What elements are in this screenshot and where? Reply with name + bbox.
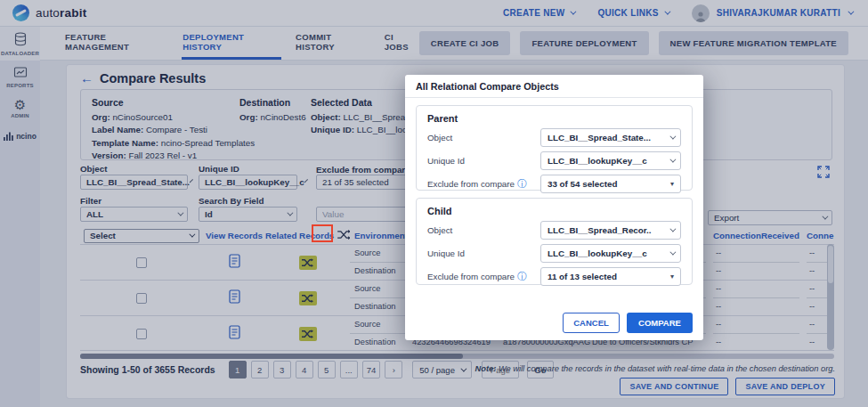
child-exclude-select[interactable]: 11 of 13 selected▾: [540, 267, 681, 286]
app-root: autorabit CREATE NEW QUICK LINKS SHIVARA…: [0, 0, 868, 407]
cancel-button[interactable]: CANCEL: [563, 313, 620, 333]
annotation-highlight-box: [312, 224, 333, 242]
parent-section: Parent Object LLC_BI__Spread_State... Un…: [416, 105, 693, 191]
child-heading: Child: [427, 206, 681, 216]
chevron-down-icon: [669, 134, 676, 140]
parent-object-label: Object: [427, 133, 452, 142]
info-icon: ⓘ: [517, 271, 527, 283]
parent-unique-id-dropdown[interactable]: LLC_BI__lookupKey__c: [540, 151, 681, 170]
dropdown-arrow-icon: ▾: [670, 180, 674, 188]
modal-title: All Relational Compare Objects: [405, 75, 703, 98]
chevron-down-icon: [669, 249, 676, 256]
relational-compare-modal: All Relational Compare Objects Parent Ob…: [405, 75, 703, 340]
child-exclude-label: Exclude from compareⓘ: [427, 271, 527, 283]
child-object-label: Object: [427, 225, 452, 235]
chevron-down-icon: [669, 157, 676, 163]
parent-exclude-label: Exclude from compareⓘ: [427, 178, 527, 191]
compare-button[interactable]: COMPARE: [627, 313, 693, 333]
child-section: Child Object LLC_BI__Spread_Recor.. Uniq…: [416, 198, 693, 285]
parent-unique-id-label: Unique Id: [427, 156, 465, 166]
parent-heading: Parent: [427, 113, 681, 124]
parent-exclude-select[interactable]: 33 of 54 selected▾: [540, 175, 681, 193]
dropdown-arrow-icon: ▾: [670, 273, 674, 281]
parent-object-dropdown[interactable]: LLC_BI__Spread_State...: [540, 128, 681, 147]
chevron-down-icon: [669, 226, 676, 232]
child-unique-id-dropdown[interactable]: LLC_BI__lookupKey__c: [540, 244, 681, 263]
child-unique-id-label: Unique Id: [427, 248, 465, 258]
child-object-dropdown[interactable]: LLC_BI__Spread_Recor..: [540, 221, 681, 240]
info-icon: ⓘ: [517, 178, 527, 191]
